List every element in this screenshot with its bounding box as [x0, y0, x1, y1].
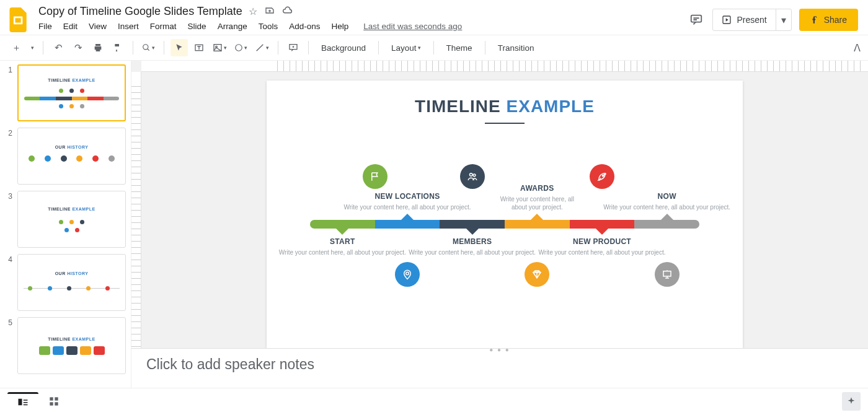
milestone-new-locations[interactable]: NEW LOCATIONS Write your content here, a…: [342, 192, 472, 211]
flag-icon: [363, 164, 388, 189]
slide-thumb-4[interactable]: OUR HISTORY: [17, 254, 126, 311]
present-dropdown[interactable]: ▾: [776, 9, 791, 30]
svg-rect-20: [55, 397, 58, 400]
comments-icon[interactable]: [688, 11, 705, 28]
milestone-awards[interactable]: AWARDS Write your content here, all abou…: [500, 184, 574, 211]
collapse-toolbar-icon[interactable]: ᐱ: [854, 42, 861, 54]
svg-rect-1: [16, 18, 21, 22]
select-tool-icon[interactable]: [170, 39, 188, 56]
milestone-new-product[interactable]: NEW PRODUCT Write your content here, all…: [537, 237, 667, 256]
slide-thumb-2[interactable]: OUR HISTORY: [17, 128, 126, 185]
slide-thumb-5[interactable]: TIMELINE EXAMPLE: [17, 317, 126, 374]
theme-button[interactable]: Theme: [440, 39, 479, 56]
slide-canvas[interactable]: TIMELINE EXAMPLE START Write your conten…: [267, 81, 743, 348]
present-label: Present: [737, 15, 766, 25]
menu-file[interactable]: File: [38, 22, 52, 31]
milestone-now[interactable]: NOW Write your content here, all about y…: [602, 192, 732, 211]
notes-drag-handle[interactable]: ● ● ●: [489, 346, 510, 353]
thumb-number: 1: [0, 64, 12, 121]
thumb-number: 5: [0, 317, 12, 374]
grid-view-icon[interactable]: [38, 392, 69, 411]
slide-panel[interactable]: 1 TIMELINE EXAMPLE 2 OUR HISTORY 3 TIMEL…: [0, 61, 131, 388]
menu-view[interactable]: View: [89, 22, 107, 31]
textbox-icon[interactable]: [190, 39, 208, 56]
menu-addons[interactable]: Add-ons: [289, 22, 320, 31]
menu-tools[interactable]: Tools: [259, 22, 278, 31]
print-icon[interactable]: [89, 39, 107, 56]
layout-dropdown[interactable]: Layout: [385, 39, 427, 56]
rocket-icon: [590, 164, 614, 189]
svg-point-13: [602, 175, 603, 176]
bottom-bar: [0, 388, 868, 414]
star-icon[interactable]: ☆: [249, 6, 257, 17]
svg-rect-15: [19, 399, 22, 406]
menu-slide[interactable]: Slide: [188, 22, 206, 31]
users-icon: [460, 164, 485, 189]
present-button[interactable]: Present: [713, 9, 776, 30]
menu-arrange[interactable]: Arrange: [218, 22, 247, 31]
redo-icon[interactable]: ↷: [69, 39, 87, 56]
svg-point-12: [473, 174, 476, 177]
milestone-members[interactable]: MEMBERS Write your content here, all abo…: [407, 237, 538, 256]
slide-thumb-3[interactable]: TIMELINE EXAMPLE: [17, 191, 126, 248]
thumb-number: 2: [0, 128, 12, 185]
svg-rect-16: [24, 400, 28, 401]
toolbar: ＋ ↶ ↷ Background Layout Theme Transition…: [0, 35, 868, 61]
presentation-icon: [655, 262, 680, 287]
filmstrip-view-icon[interactable]: [7, 392, 38, 411]
doc-title[interactable]: Copy of Timeline Google Slides Template: [38, 5, 242, 18]
app-header: Copy of Timeline Google Slides Template …: [0, 0, 868, 35]
zoom-dropdown[interactable]: [140, 39, 157, 56]
svg-rect-2: [691, 15, 702, 22]
menu-format[interactable]: Format: [150, 22, 177, 31]
notes-placeholder: Click to add speaker notes: [146, 356, 314, 372]
comment-insert-icon[interactable]: [285, 39, 302, 56]
diamond-icon: [525, 262, 549, 287]
slide-thumb-1[interactable]: TIMELINE EXAMPLE: [17, 64, 126, 121]
image-icon[interactable]: [210, 39, 229, 56]
undo-icon[interactable]: ↶: [50, 39, 67, 56]
slide-title[interactable]: TIMELINE EXAMPLE: [267, 97, 743, 116]
svg-rect-22: [55, 402, 58, 405]
paint-format-icon[interactable]: [109, 39, 126, 56]
svg-point-11: [469, 173, 472, 177]
svg-rect-18: [24, 404, 28, 406]
svg-point-8: [236, 45, 242, 51]
menu-edit[interactable]: Edit: [63, 22, 78, 31]
canvas-area: TIMELINE EXAMPLE START Write your conten…: [131, 61, 868, 388]
speaker-notes[interactable]: ● ● ● Click to add speaker notes: [131, 348, 868, 388]
explore-icon[interactable]: [842, 392, 861, 411]
last-edit-link[interactable]: Last edit was seconds ago: [363, 22, 462, 31]
ruler-horizontal: [141, 61, 868, 72]
shape-icon[interactable]: [232, 39, 250, 56]
pin-icon: [395, 262, 420, 287]
menu-bar: File Edit View Insert Format Slide Arran…: [38, 19, 680, 35]
svg-point-4: [143, 45, 148, 50]
milestone-start[interactable]: START Write your content here, all about…: [277, 237, 407, 256]
line-icon[interactable]: [252, 39, 272, 56]
ruler-vertical: [131, 72, 141, 388]
svg-rect-17: [24, 402, 28, 403]
menu-insert[interactable]: Insert: [118, 22, 139, 31]
new-slide-button[interactable]: ＋: [7, 39, 25, 56]
timeline-bar[interactable]: START Write your content here, all about…: [310, 220, 699, 229]
slides-logo[interactable]: [6, 7, 31, 32]
menu-help[interactable]: Help: [331, 22, 348, 31]
svg-rect-14: [663, 271, 671, 276]
share-button[interactable]: Share: [799, 9, 858, 31]
svg-rect-21: [50, 402, 53, 405]
thumb-number: 4: [0, 254, 12, 311]
svg-point-10: [406, 272, 409, 275]
title-underline: [485, 123, 525, 124]
transition-button[interactable]: Transition: [492, 39, 541, 56]
new-slide-dropdown[interactable]: [27, 39, 37, 56]
cloud-status-icon[interactable]: [282, 6, 293, 17]
thumb-number: 3: [0, 191, 12, 248]
background-button[interactable]: Background: [315, 39, 372, 56]
move-icon[interactable]: [265, 6, 275, 17]
svg-rect-19: [50, 397, 53, 400]
share-label: Share: [824, 15, 847, 25]
